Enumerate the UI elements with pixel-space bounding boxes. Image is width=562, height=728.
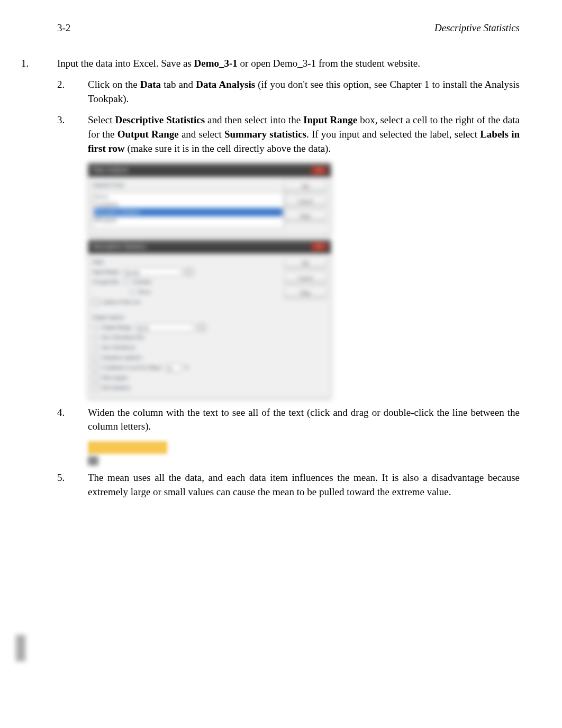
descriptive-statistics-dialog: Descriptive Statistics ✕ Input Input Ran…	[88, 240, 331, 398]
input-range-label: Input Range:	[93, 268, 120, 276]
dialog-titlebar: Descriptive Statistics ✕	[88, 240, 331, 253]
step-4: 4. Widen the column with the text to see…	[57, 406, 520, 434]
step-number: 3.	[57, 113, 88, 156]
confidence-value[interactable]: 95	[166, 363, 182, 372]
step-text: Select Descriptive Statistics and then s…	[88, 113, 520, 156]
redacted-smudge	[88, 456, 98, 466]
step-3: 3. Select Descriptive Statistics and the…	[57, 113, 520, 156]
analysis-tools-label: Analysis Tools	[93, 181, 284, 189]
cancel-button[interactable]: Cancel	[284, 196, 327, 207]
text-bold: Demo_3-1	[194, 58, 238, 69]
kth-smallest-checkbox[interactable]	[93, 385, 99, 391]
data-analysis-dialog: Data Analysis ✕ Analysis Tools Anova Cor…	[88, 163, 331, 235]
rows-radio[interactable]	[130, 289, 135, 295]
kth-largest-checkbox[interactable]	[93, 375, 99, 381]
labels-first-row-label: Labels in first row	[102, 298, 141, 306]
step-number: 4.	[57, 406, 88, 434]
text-fragment: (make sure it is in the cell directly ab…	[125, 143, 331, 154]
columns-radio[interactable]	[123, 279, 129, 285]
summary-stats-label: Summary statistics	[102, 353, 142, 362]
text-fragment: Select	[88, 114, 115, 125]
dialog-screenshots: Data Analysis ✕ Analysis Tools Anova Cor…	[88, 163, 520, 398]
ok-button[interactable]: OK	[284, 258, 327, 269]
new-worksheet-radio[interactable]	[93, 334, 98, 340]
text-fragment: and select	[179, 129, 224, 140]
page-number: 3-2	[57, 21, 70, 35]
output-section-label: Output options	[93, 313, 284, 322]
dialog-titlebar: Data Analysis ✕	[88, 163, 331, 177]
cancel-button[interactable]: Cancel	[284, 272, 327, 284]
output-range-field[interactable]: $C$1	[136, 323, 194, 332]
new-workbook-radio[interactable]	[93, 344, 98, 350]
range-picker-icon[interactable]	[197, 323, 206, 332]
text-bold: Descriptive Statistics	[115, 114, 205, 125]
text-fragment: or open Demo_3-1 from the student websit…	[238, 58, 420, 69]
step-text: Click on the Data tab and Data Analysis …	[88, 78, 520, 106]
close-icon[interactable]: ✕	[312, 167, 327, 174]
summary-stats-checkbox[interactable]	[93, 354, 99, 361]
labels-checkbox[interactable]	[93, 299, 99, 305]
new-workbook-label: New Workbook	[102, 343, 135, 352]
new-worksheet-label: New Worksheet Ply:	[102, 333, 145, 342]
step-2: 2. Click on the Data tab and Data Analys…	[57, 78, 520, 106]
input-section-label: Input	[93, 258, 284, 266]
step-5: 5. The mean uses all the data, and each …	[57, 471, 520, 499]
output-range-label: Output Range:	[102, 323, 133, 332]
ok-button[interactable]: OK	[284, 181, 327, 193]
confidence-label: Confidence Level for Mean:	[102, 363, 162, 372]
text-bold: Data Analysis	[196, 79, 255, 90]
step-text: Input the data into Excel. Save as Demo_…	[57, 57, 520, 71]
text-fragment: Click on the	[88, 79, 140, 90]
page-header: 3-2 Descriptive Statistics	[57, 21, 520, 57]
range-picker-icon[interactable]	[185, 268, 193, 276]
analysis-tools-list[interactable]: Anova Correlation Descriptive Statistics…	[93, 192, 284, 229]
step-text: Widen the column with the text to see al…	[88, 406, 520, 434]
text-bold: Summary statistics	[224, 129, 306, 140]
text-bold: Output Range	[117, 129, 179, 140]
text-fragment: . If you input and selected the label, s…	[306, 129, 480, 140]
confidence-checkbox[interactable]	[93, 365, 99, 371]
text-fragment: and then select into the	[205, 114, 303, 125]
step-text: The mean uses all the data, and each dat…	[88, 471, 520, 499]
close-icon[interactable]: ✕	[312, 243, 327, 250]
help-button[interactable]: Help	[284, 211, 327, 222]
columns-label: Columns	[132, 278, 151, 286]
help-button[interactable]: Help	[284, 287, 327, 299]
kth-largest-label: Kth Largest:	[102, 374, 129, 382]
redacted-highlight	[88, 441, 167, 454]
percent-label: %	[185, 363, 189, 372]
step-number: 5.	[57, 471, 88, 499]
step-number: 2.	[57, 78, 88, 106]
text-fragment: Input the data into Excel. Save as	[57, 58, 194, 69]
rows-label: Rows	[139, 288, 151, 296]
page-title: Descriptive Statistics	[434, 21, 520, 35]
text-bold: Data	[140, 79, 161, 90]
margin-redaction	[16, 635, 25, 661]
grouped-by-label: Grouped By:	[93, 278, 120, 286]
step-1: 1. Input the data into Excel. Save as De…	[21, 57, 520, 71]
output-range-radio[interactable]	[93, 324, 98, 330]
dialog-title-text: Descriptive Statistics	[93, 242, 147, 251]
kth-smallest-label: Kth Smallest:	[102, 384, 131, 392]
text-fragment: tab and	[161, 79, 196, 90]
input-range-field[interactable]: $A:$A	[123, 268, 182, 276]
faint-margin-number: 1.	[20, 59, 28, 74]
text-bold: Input Range	[303, 114, 357, 125]
dialog-title-text: Data Analysis	[93, 166, 128, 175]
selected-tool[interactable]: Descriptive Statistics	[94, 208, 283, 216]
